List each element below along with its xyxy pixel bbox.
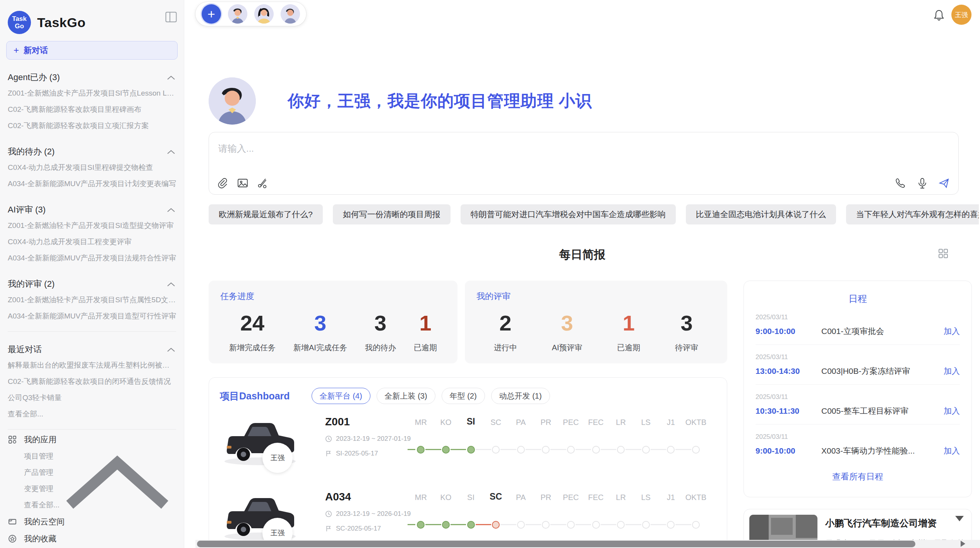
milestone-dot[interactable] (417, 446, 425, 454)
dashboard-tab[interactable]: 全新平台 (4) (312, 388, 370, 404)
microphone-icon[interactable] (917, 177, 928, 189)
user-avatar-badge[interactable]: 王强 (951, 5, 971, 25)
suggestion-chip[interactable]: 欧洲新规最近颁布了什么? (209, 204, 323, 224)
milestone-dot[interactable] (492, 446, 500, 454)
sidebar-section-header[interactable]: 我的待办 (2) (8, 144, 176, 159)
suggestion-chip[interactable]: 当下年轻人对汽车外观有怎样的喜好趋势 (846, 204, 979, 224)
new-chat-button[interactable]: + 新对话 (6, 41, 178, 60)
recent-chat-item[interactable]: C02-飞腾新能源轻客改款项目的闭环通告反馈情况 (8, 373, 176, 390)
sidebar-task-item[interactable]: Z001-全新燃油轻卡产品开发项目SI造型提交物评审 (8, 217, 176, 234)
suggestion-chip[interactable]: 如何写一份清晰的项目周报 (333, 204, 451, 224)
schedule-item: 2025/03/1113:00-14:30C003|H0B-方案冻结评审加入 (756, 345, 960, 385)
milestone-dot[interactable] (592, 446, 600, 454)
sidebar-task-item[interactable]: C0X4-动力总成开发项目SI里程碑提交物检查 (8, 159, 176, 176)
milestone-segment (576, 449, 591, 450)
milestone-segment (675, 449, 691, 450)
sidebar-section-header[interactable]: 我的评审 (2) (8, 276, 176, 292)
milestone-dot[interactable] (417, 521, 425, 529)
add-session-button[interactable]: + (202, 4, 221, 24)
milestone-dot[interactable] (667, 446, 675, 454)
sidebar-item-my-apps[interactable]: 我的应用 (8, 431, 176, 448)
suggestion-chip[interactable]: 特朗普可能对进口汽车增税会对中国车企造成哪些影响 (461, 204, 676, 224)
sidebar-task-item[interactable]: A034-全新新能源MUV产品开发项目计划变更表编写 (8, 176, 176, 192)
image-upload-icon[interactable] (237, 177, 248, 189)
voice-call-icon[interactable] (895, 177, 906, 189)
milestone-dot[interactable] (517, 446, 525, 454)
dashboard-tab[interactable]: 动总开发 (1) (491, 388, 550, 404)
sidebar-task-item[interactable]: Z001-全新燃油皮卡产品开发项目SI节点Lesson Learn报告 (8, 85, 176, 101)
screenshot-scissors-icon[interactable] (257, 177, 269, 189)
scrollbar-right-arrow[interactable] (961, 541, 965, 547)
milestone-dot[interactable] (692, 521, 700, 529)
stat-label: 进行中 (494, 342, 517, 353)
milestone-dot[interactable] (442, 521, 450, 529)
milestone-dot[interactable] (467, 446, 475, 454)
join-link[interactable]: 加入 (944, 326, 960, 337)
milestone-dot[interactable] (442, 446, 450, 454)
milestone-label: LS (634, 493, 658, 502)
schedule-item: 2025/03/119:00-10:00C001-立项审批会加入 (756, 305, 960, 345)
join-link[interactable]: 加入 (944, 445, 960, 456)
flag-icon (325, 450, 332, 457)
sidebar-item-cloud-space[interactable]: 我的云空间 (8, 513, 176, 530)
sidebar-section-header[interactable]: AI评审 (3) (8, 202, 176, 217)
milestone-dot[interactable] (467, 521, 475, 529)
sidebar-task-item[interactable]: C02-飞腾新能源轻客改款项目里程碑画布 (8, 101, 176, 118)
scrollbar-thumb[interactable] (197, 541, 915, 547)
attachment-icon[interactable] (217, 177, 228, 189)
recent-chat-item[interactable]: 解释最新出台的欧盟报废车法规再生塑料比例被调至15%... (8, 357, 176, 373)
schedule-title: 日程 (756, 293, 960, 305)
milestone-dot[interactable] (492, 521, 500, 529)
milestone-segment (526, 449, 541, 450)
recent-chats-header[interactable]: 最近对话 (8, 342, 176, 357)
suggestion-chip[interactable]: 比亚迪全固态电池计划具体说了什么 (686, 204, 836, 224)
sidebar-task-item[interactable]: C02-飞腾新能源轻客改款项目立项汇报方案 (8, 118, 176, 134)
horizontal-scrollbar[interactable] (195, 540, 980, 548)
dashboard-header: 项目Dashboard 全新平台 (4)全新上装 (3)年型 (2)动总开发 (… (209, 378, 727, 404)
sidebar-collapse-icon[interactable] (165, 12, 177, 22)
milestone-dot[interactable] (542, 446, 550, 454)
chat-input[interactable] (209, 132, 958, 168)
schedule-item: 2025/03/1110:30-11:30C005-整车工程目标评审加入 (756, 385, 960, 425)
milestone-dot[interactable] (567, 446, 575, 454)
section-title: 我的评审 (2) (8, 278, 55, 290)
dashboard-tab[interactable]: 年型 (2) (442, 388, 485, 404)
recent-chat-item[interactable]: 公司Q3轻卡销量 (8, 390, 176, 406)
scroll-down-indicator[interactable] (955, 516, 964, 521)
sidebar-task-item[interactable]: A034-全新新能源MUV产品开发项目造型可行性评审 (8, 308, 176, 324)
session-avatar-2[interactable] (254, 4, 274, 24)
milestone-dot[interactable] (517, 521, 525, 529)
session-avatar-3[interactable] (281, 4, 300, 24)
chevron-up-icon (167, 280, 175, 287)
join-link[interactable]: 加入 (944, 366, 960, 377)
milestone-dot[interactable] (592, 521, 600, 529)
milestone-dot[interactable] (567, 521, 575, 529)
view-all-schedule-link[interactable]: 查看所有日程 (756, 464, 960, 490)
notifications-bell-icon[interactable] (934, 9, 944, 21)
milestone-dot[interactable] (542, 521, 550, 529)
new-chat-label: 新对话 (24, 45, 48, 56)
milestone-dot[interactable] (617, 446, 625, 454)
sidebar-task-item[interactable]: A034-全新新能源MUV产品开发项目法规符合性评审 (8, 250, 176, 266)
send-icon[interactable] (938, 177, 950, 189)
sidebar-item-favorites[interactable]: 我的收藏 (8, 530, 176, 547)
milestone-dot[interactable] (642, 446, 650, 454)
layout-grid-icon[interactable] (937, 248, 949, 259)
session-avatar-1[interactable] (228, 4, 247, 24)
milestone-label: SI (459, 416, 483, 427)
join-link[interactable]: 加入 (944, 406, 960, 416)
dashboard-tab[interactable]: 全新上装 (3) (377, 388, 435, 404)
stat-label: 待评审 (675, 342, 698, 353)
milestone-dot[interactable] (667, 521, 675, 529)
flag-icon (325, 525, 332, 532)
milestone-dot[interactable] (642, 521, 650, 529)
sidebar-task-item[interactable]: Z001-全新燃油轻卡产品开发项目SI节点属性5D文件评审 (8, 292, 176, 308)
app-logo: Task Go (8, 11, 31, 34)
milestone-label: OKTB (684, 493, 708, 502)
milestone-label: LR (608, 418, 633, 427)
recent-chat-item[interactable]: 查看全部... (8, 406, 176, 422)
sidebar-section-header[interactable]: Agent已办 (3) (8, 70, 176, 85)
sidebar-task-item[interactable]: C0X4-动力总成开发项目工程变更评审 (8, 234, 176, 250)
milestone-dot[interactable] (617, 521, 625, 529)
milestone-dot[interactable] (692, 446, 700, 454)
